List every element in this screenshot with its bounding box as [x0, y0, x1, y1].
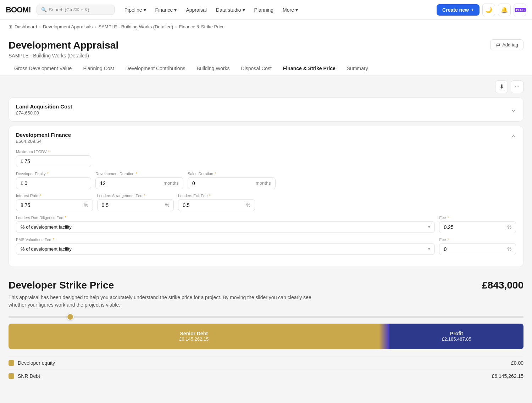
chevron-down-icon: ▾ [174, 7, 177, 13]
nav-finance[interactable]: Finance▾ [151, 5, 181, 15]
tag-icon: 🏷 [495, 42, 500, 47]
development-finance-value: £564,209.54 [16, 139, 71, 144]
development-finance-chevron [511, 134, 516, 142]
tab-gross-development-value[interactable]: Gross Development Value [9, 61, 77, 76]
breadcrumb-dashboard[interactable]: Dashboard [15, 24, 37, 29]
search-icon: 🔍 [41, 7, 47, 12]
snr-debt-value: £6,145,262.15 [492, 373, 523, 379]
navbar: BOOM! 🔍 Search (Ctrl/⌘ + K) Pipeline▾ Fi… [0, 0, 532, 20]
page-header: Development Appraisal SAMPLE - Building … [0, 34, 532, 61]
tab-summary[interactable]: Summary [341, 61, 374, 76]
breadcrumb-sep-2: › [95, 24, 96, 29]
field-pms-valuations-fee-value: Fee * % [439, 237, 516, 255]
developer-equity-field[interactable] [24, 180, 87, 186]
form-row-rates: Interest Rate * % Lenders Arrangement Fe… [16, 194, 516, 211]
form-row-ltgdv: Maximum LTGDV * £ [16, 150, 516, 167]
snr-debt-label: SNR Debt [18, 373, 40, 379]
field-lenders-due-diligence-fee: Lenders Due Diligence Fee * % of develop… [16, 216, 435, 233]
tab-building-works[interactable]: Building Works [191, 61, 235, 76]
notifications-button[interactable]: 🔔 [498, 4, 511, 16]
land-acquisition-header[interactable]: Land Acquisition Cost £74,650.00 [9, 98, 523, 121]
nav-data-studio[interactable]: Data studio▾ [212, 5, 249, 15]
strike-price-amount: £843,000 [482, 280, 523, 291]
breadcrumb-dev-appraisals[interactable]: Development Appraisals [43, 24, 93, 29]
slider-track [9, 316, 523, 318]
nav-actions: Create new + 🌙 🔔 PLUS [437, 4, 526, 16]
senior-debt-bar: Senior Debt £6,145,262.15 [9, 324, 379, 349]
interest-rate-input[interactable]: % [16, 199, 93, 211]
pms-valuations-fee-field[interactable] [444, 246, 506, 252]
field-development-duration: Development Duration * months [95, 172, 183, 189]
more-options-button[interactable]: ··· [511, 80, 523, 93]
field-pms-valuations-fee: PMS Valuations Fee * % of development fa… [16, 237, 435, 255]
interest-rate-field[interactable] [21, 202, 83, 208]
theme-toggle-button[interactable]: 🌙 [482, 4, 495, 16]
lenders-exit-fee-field[interactable] [183, 202, 245, 208]
lenders-due-diligence-fee-input[interactable]: % [439, 221, 516, 233]
land-acquisition-section: Land Acquisition Cost £74,650.00 [9, 97, 523, 122]
search-placeholder: Search (Ctrl/⌘ + K) [49, 7, 89, 12]
strike-price-title: Developer Strike Price [9, 280, 114, 291]
field-interest-rate: Interest Rate * % [16, 194, 93, 211]
maximum-ltgdv-input[interactable]: £ [16, 155, 91, 167]
field-maximum-ltgdv: Maximum LTGDV * £ [16, 150, 91, 167]
nav-more[interactable]: More▾ [278, 5, 302, 15]
field-lenders-arrangement-fee: Lenders Arrangement Fee * % [97, 194, 174, 211]
legend-developer-equity: Developer equity £0.00 [9, 356, 523, 369]
field-developer-equity: Developer Equity * £ [16, 172, 91, 189]
content-area: ⬇ ··· Land Acquisition Cost £74,650.00 D… [0, 76, 532, 397]
chevron-down-icon: ▾ [243, 7, 245, 13]
developer-equity-label: Developer equity [18, 360, 55, 366]
chevron-down-icon: ▾ [428, 225, 430, 229]
field-sales-duration: Sales Duration * months [188, 172, 276, 189]
tab-disposal-cost[interactable]: Disposal Cost [235, 61, 277, 76]
development-duration-field[interactable] [100, 180, 162, 186]
toolbar-row: ⬇ ··· [9, 76, 523, 97]
lenders-exit-fee-input[interactable]: % [178, 199, 255, 211]
user-avatar[interactable]: PLUS [514, 4, 526, 16]
tab-planning-cost[interactable]: Planning Cost [77, 61, 120, 76]
nav-planning[interactable]: Planning [250, 5, 278, 15]
logo: BOOM! [6, 5, 31, 15]
pms-valuations-select[interactable]: % of development facility ▾ [16, 243, 435, 255]
developer-equity-input[interactable]: £ [16, 177, 91, 189]
sales-duration-field[interactable] [192, 180, 254, 186]
form-row-equity-duration: Developer Equity * £ Development Duratio… [16, 172, 516, 189]
chevron-down-icon: ▾ [295, 7, 298, 13]
field-lenders-due-diligence-fee-value: Fee * % [439, 216, 516, 233]
nav-links: Pipeline▾ Finance▾ Appraisal Data studio… [120, 5, 434, 15]
development-finance-section: Development Finance £564,209.54 Maximum … [9, 126, 523, 267]
sales-duration-input[interactable]: months [188, 177, 276, 189]
download-button[interactable]: ⬇ [495, 80, 508, 93]
strike-price-bar-chart: Senior Debt £6,145,262.15 Profit £2,185,… [9, 324, 523, 349]
add-tag-button[interactable]: 🏷 Add tag [490, 39, 523, 50]
tab-finance-strike-price[interactable]: Finance & Strike Price [277, 61, 341, 76]
strike-price-slider-container [9, 316, 523, 318]
development-finance-body: Maximum LTGDV * £ Developer Equity [9, 150, 523, 267]
lenders-due-diligence-fee-field[interactable] [444, 224, 506, 230]
tab-development-contributions[interactable]: Development Contributions [120, 61, 191, 76]
create-new-button[interactable]: Create new + [437, 4, 480, 16]
breadcrumb: ⊞ Dashboard › Development Appraisals › S… [0, 20, 532, 34]
development-finance-header[interactable]: Development Finance £564,209.54 [9, 126, 523, 150]
slider-thumb[interactable] [67, 313, 74, 320]
breadcrumb-sep-3: › [175, 24, 177, 29]
main-content: Development Appraisal SAMPLE - Building … [0, 34, 532, 397]
page-subtitle: SAMPLE - Building Works (Detailed) [9, 53, 118, 58]
breadcrumb-sep-1: › [39, 24, 41, 29]
maximum-ltgdv-field[interactable] [24, 158, 87, 164]
field-lenders-exit-fee: Lenders Exit Fee * % [178, 194, 255, 211]
search-box[interactable]: 🔍 Search (Ctrl/⌘ + K) [37, 5, 115, 15]
lenders-arrangement-fee-field[interactable] [102, 202, 164, 208]
lenders-arrangement-fee-input[interactable]: % [97, 199, 174, 211]
breadcrumb-sample[interactable]: SAMPLE - Building Works (Detailed) [99, 24, 173, 29]
pms-valuations-fee-input[interactable]: % [439, 243, 516, 255]
strike-price-description: This appraisal has been designed to help… [9, 294, 328, 309]
land-acquisition-chevron [511, 106, 516, 113]
development-duration-input[interactable]: months [95, 177, 183, 189]
chevron-down-icon: ▾ [144, 7, 146, 13]
nav-appraisal[interactable]: Appraisal [182, 5, 211, 15]
strike-price-section: Developer Strike Price £843,000 This app… [9, 271, 523, 388]
lenders-due-diligence-select[interactable]: % of development facility ▾ [16, 221, 435, 233]
nav-pipeline[interactable]: Pipeline▾ [120, 5, 150, 15]
